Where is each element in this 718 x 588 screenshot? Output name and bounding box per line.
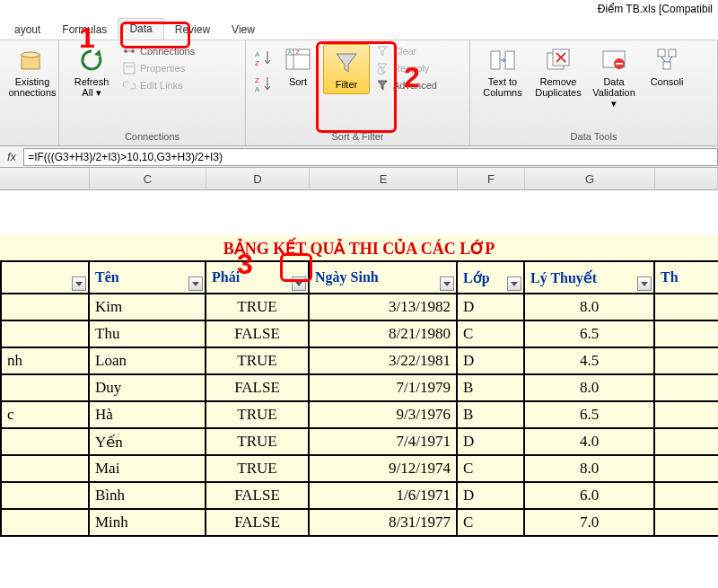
cell-th[interactable]: [655, 348, 718, 373]
table-row[interactable]: YếnTRUE7/4/1971D4.0: [0, 429, 718, 456]
cell-b[interactable]: [0, 321, 90, 347]
refresh-all-button[interactable]: Refresh All ▾: [66, 44, 117, 101]
remove-duplicates-button[interactable]: Remove Duplicates: [533, 44, 583, 100]
cell-ten[interactable]: Duy: [90, 375, 206, 400]
tab-layout[interactable]: ayout: [4, 20, 51, 39]
cell-ngaysinh[interactable]: 7/4/1971: [310, 429, 458, 454]
cell-lop[interactable]: B: [458, 375, 525, 400]
cell-th[interactable]: [655, 429, 718, 454]
consolidate-button[interactable]: Consoli: [644, 44, 689, 89]
cell-lythuyet[interactable]: 8.0: [525, 375, 655, 400]
cell-lop[interactable]: D: [458, 429, 525, 454]
cell-lythuyet[interactable]: 8.0: [525, 456, 655, 481]
sort-asc-icon[interactable]: AZ: [253, 48, 273, 70]
cell-lop[interactable]: B: [458, 402, 525, 427]
text-to-columns-button[interactable]: Text to Columns: [477, 44, 528, 100]
cell-ten[interactable]: Thu: [90, 321, 206, 347]
cell-phai[interactable]: TRUE: [206, 429, 310, 454]
cell-ngaysinh[interactable]: 1/6/1971: [310, 483, 458, 508]
fx-icon[interactable]: fx: [0, 150, 23, 163]
cell-th[interactable]: [655, 510, 718, 535]
cell-th[interactable]: [655, 321, 718, 347]
cell-b[interactable]: [0, 429, 90, 454]
cell-ngaysinh[interactable]: 9/12/1974: [310, 456, 458, 481]
filter-dropdown-ten[interactable]: [188, 276, 203, 291]
cell-ngaysinh[interactable]: 8/21/1980: [310, 321, 458, 347]
cell-ngaysinh[interactable]: 8/31/1977: [310, 510, 458, 535]
filter-dropdown-phai[interactable]: [292, 276, 306, 291]
table-row[interactable]: nhLoanTRUE3/22/1981D4.5: [0, 348, 718, 375]
cell-phai[interactable]: FALSE: [206, 510, 310, 535]
tab-review[interactable]: Review: [164, 20, 221, 39]
table-row[interactable]: cHàTRUE9/3/1976B6.5: [0, 402, 718, 429]
cell-ten[interactable]: Hà: [90, 402, 206, 427]
col-header-h[interactable]: [655, 168, 718, 189]
cell-lop[interactable]: C: [458, 456, 525, 481]
cell-lop[interactable]: C: [458, 321, 525, 347]
col-header-e[interactable]: E: [310, 168, 458, 189]
cell-ten[interactable]: Loan: [90, 348, 206, 373]
sort-desc-icon[interactable]: ZA: [253, 74, 273, 96]
cell-ten[interactable]: Mai: [90, 456, 206, 481]
cell-lythuyet[interactable]: 7.0: [525, 510, 655, 535]
table-row[interactable]: DuyFALSE7/1/1979B8.0: [0, 375, 718, 402]
cell-ten[interactable]: Kim: [90, 294, 206, 320]
cell-ngaysinh[interactable]: 3/13/1982: [310, 294, 458, 320]
cell-ten[interactable]: Bình: [90, 483, 206, 508]
filter-dropdown-ngaysinh[interactable]: [440, 276, 454, 291]
cell-lythuyet[interactable]: 4.5: [525, 348, 655, 373]
cell-b[interactable]: c: [0, 402, 90, 427]
cell-lythuyet[interactable]: 6.5: [525, 321, 655, 347]
cell-phai[interactable]: TRUE: [206, 294, 310, 320]
worksheet[interactable]: BẢNG KẾT QUẢ THI CỦA CÁC LỚP Tên Phái Ng…: [0, 190, 718, 537]
filter-button[interactable]: Filter: [323, 44, 370, 94]
filter-dropdown-b[interactable]: [72, 276, 86, 291]
cell-ngaysinh[interactable]: 7/1/1979: [310, 375, 458, 400]
table-row[interactable]: MaiTRUE9/12/1974C8.0: [0, 456, 718, 483]
cell-lop[interactable]: D: [458, 348, 525, 373]
table-row[interactable]: BìnhFALSE1/6/1971D6.0: [0, 483, 718, 510]
cell-ngaysinh[interactable]: 9/3/1976: [310, 402, 458, 427]
cell-ngaysinh[interactable]: 3/22/1981: [310, 348, 458, 373]
connections-button[interactable]: Connections: [122, 44, 195, 58]
cell-lythuyet[interactable]: 8.0: [525, 294, 655, 320]
cell-ten[interactable]: Minh: [90, 510, 206, 535]
cell-phai[interactable]: TRUE: [206, 348, 310, 373]
table-row[interactable]: MinhFALSE8/31/1977C7.0: [0, 510, 718, 537]
filter-dropdown-lythuyet[interactable]: [637, 276, 652, 291]
cell-th[interactable]: [655, 375, 718, 400]
table-row[interactable]: KimTRUE3/13/1982D8.0: [0, 294, 718, 321]
col-header-c[interactable]: C: [90, 168, 206, 189]
cell-b[interactable]: [0, 375, 90, 400]
advanced-button[interactable]: Advanced: [375, 78, 437, 92]
cell-lop[interactable]: D: [458, 294, 525, 320]
col-header-d[interactable]: D: [206, 168, 310, 189]
cell-lythuyet[interactable]: 6.5: [525, 402, 655, 427]
cell-b[interactable]: [0, 294, 90, 320]
cell-phai[interactable]: TRUE: [206, 456, 310, 481]
tab-formulas[interactable]: Formulas: [51, 20, 118, 39]
cell-b[interactable]: [0, 483, 90, 508]
formula-input[interactable]: [23, 148, 718, 166]
cell-th[interactable]: [655, 483, 718, 508]
col-header-g[interactable]: G: [525, 168, 655, 189]
cell-phai[interactable]: FALSE: [206, 483, 310, 508]
cell-th[interactable]: [655, 402, 718, 427]
cell-phai[interactable]: TRUE: [206, 402, 310, 427]
cell-lythuyet[interactable]: 4.0: [525, 429, 655, 454]
cell-lop[interactable]: C: [458, 510, 525, 535]
cell-lythuyet[interactable]: 6.0: [525, 483, 655, 508]
tab-view[interactable]: View: [221, 20, 266, 39]
cell-th[interactable]: [655, 294, 718, 320]
data-validation-button[interactable]: Data Validation ▾: [589, 44, 639, 111]
col-header-f[interactable]: F: [458, 168, 525, 189]
col-header-b[interactable]: [0, 168, 90, 189]
cell-b[interactable]: nh: [0, 348, 90, 373]
cell-b[interactable]: [0, 456, 90, 481]
table-row[interactable]: ThuFALSE8/21/1980C6.5: [0, 321, 718, 348]
cell-ten[interactable]: Yến: [90, 429, 206, 454]
filter-dropdown-lop[interactable]: [507, 276, 521, 291]
cell-phai[interactable]: FALSE: [206, 375, 310, 400]
existing-connections-button[interactable]: Existing onnections: [7, 44, 57, 100]
sort-button[interactable]: AZ Sort: [278, 44, 318, 89]
